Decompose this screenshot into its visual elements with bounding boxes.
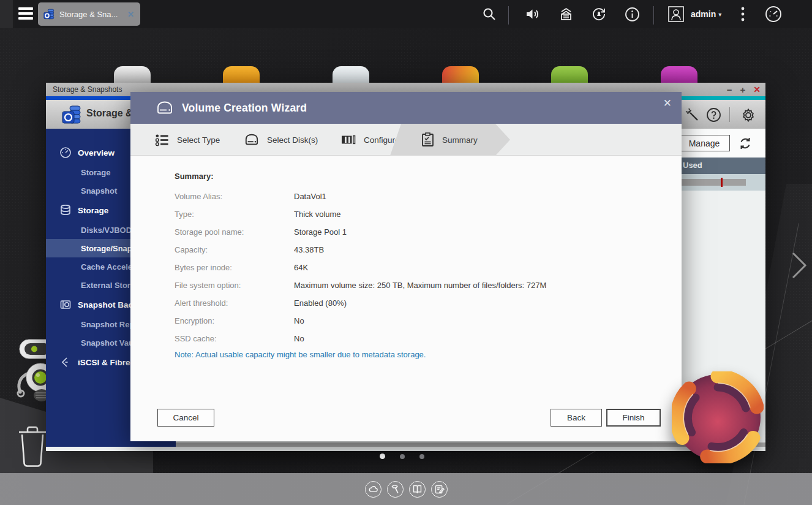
disk-icon bbox=[244, 133, 259, 146]
tab-close-icon[interactable]: ✕ bbox=[126, 10, 135, 19]
iscsi-icon bbox=[59, 356, 72, 368]
recycle-bin-icon[interactable] bbox=[17, 424, 48, 471]
help-icon[interactable] bbox=[706, 107, 721, 125]
window-title: Storage & Snapshots bbox=[53, 85, 122, 94]
desktop-app-icon[interactable] bbox=[661, 66, 697, 83]
page-dot[interactable] bbox=[380, 454, 385, 459]
book-icon[interactable] bbox=[409, 481, 426, 498]
step-select-type[interactable]: Select Type bbox=[155, 124, 220, 156]
desktop: Storage & Snapshots − + ✕ bbox=[0, 0, 812, 505]
gauge-icon bbox=[59, 146, 72, 159]
summary-row: Volume Alias:DataVol1 bbox=[175, 188, 652, 205]
checklist-icon bbox=[421, 132, 434, 147]
tools-icon[interactable] bbox=[387, 481, 404, 498]
user-name[interactable]: admin bbox=[691, 9, 716, 19]
resource-monitor-icon[interactable] bbox=[764, 5, 783, 23]
wizard-close-icon[interactable]: ✕ bbox=[663, 97, 672, 110]
page-dot[interactable] bbox=[400, 454, 405, 459]
restart-notification-icon[interactable] bbox=[582, 6, 615, 22]
bottom-taskbar bbox=[0, 473, 812, 505]
volume-creation-wizard-dialog: Volume Creation Wizard ✕ Select Type bbox=[130, 92, 682, 441]
finish-button[interactable]: Finish bbox=[606, 409, 661, 427]
wizard-steps-bar: Select Type Select Disk(s) bbox=[130, 124, 682, 156]
summary-row: Bytes per inode:64K bbox=[175, 259, 652, 276]
desktop-app-icon[interactable] bbox=[551, 66, 588, 83]
volume-disk-icon bbox=[156, 101, 173, 115]
search-icon[interactable] bbox=[476, 7, 502, 21]
list-icon bbox=[155, 133, 169, 147]
summary-row: File system option:Maximum volume size: … bbox=[175, 276, 652, 294]
window-close-button[interactable]: ✕ bbox=[753, 85, 761, 94]
storage-app-icon bbox=[61, 104, 83, 128]
desktop-app-icon[interactable] bbox=[114, 66, 151, 83]
user-avatar-icon[interactable] bbox=[667, 6, 685, 23]
summary-heading: Summary: bbox=[175, 172, 214, 181]
capacity-note: Note: Actual usable capacity might be sm… bbox=[175, 350, 426, 359]
step-summary[interactable]: Summary bbox=[421, 124, 478, 156]
step-label: Configure bbox=[364, 135, 400, 145]
step-configure[interactable]: Configure bbox=[341, 124, 400, 156]
chevron-down-icon[interactable]: ▾ bbox=[718, 11, 721, 18]
database-icon bbox=[59, 204, 72, 216]
threshold-tick bbox=[721, 178, 723, 187]
desktop-app-icon[interactable] bbox=[442, 66, 479, 83]
magic-wand-icon[interactable] bbox=[685, 107, 699, 124]
summary-row: Storage pool name:Storage Pool 1 bbox=[175, 223, 652, 241]
tab-label: Storage & Sna... bbox=[59, 10, 122, 19]
more-kebab-icon[interactable] bbox=[741, 7, 745, 21]
desktop-app-icon[interactable] bbox=[333, 66, 369, 83]
tab-app-icon bbox=[43, 8, 55, 20]
step-label: Select Disk(s) bbox=[267, 135, 318, 145]
background-tasks-icon[interactable] bbox=[549, 7, 582, 22]
top-system-bar: Storage & Sna... ✕ bbox=[0, 0, 812, 28]
summary-row: Encryption:No bbox=[175, 312, 652, 330]
cancel-button[interactable]: Cancel bbox=[157, 409, 214, 427]
refresh-icon[interactable] bbox=[739, 137, 752, 153]
toolbar-divider bbox=[729, 107, 730, 122]
topbar-corner bbox=[0, 0, 14, 28]
info-icon[interactable] bbox=[615, 7, 648, 22]
topbar-divider bbox=[508, 6, 509, 25]
maximize-button[interactable]: + bbox=[740, 85, 746, 94]
topbar-divider bbox=[653, 6, 654, 25]
next-desktop-chevron-icon[interactable] bbox=[790, 250, 808, 283]
summary-row: Alert threshold:Enabled (80%) bbox=[175, 294, 652, 312]
summary-row: Capacity:43.38TB bbox=[175, 241, 652, 259]
volume-icon[interactable] bbox=[516, 7, 549, 21]
summary-rows: Volume Alias:DataVol1 Type:Thick volume … bbox=[175, 188, 652, 347]
summary-row: Type:Thick volume bbox=[175, 205, 652, 223]
partition-icon bbox=[341, 133, 356, 146]
back-button[interactable]: Back bbox=[551, 409, 602, 427]
app-tab-storage-snapshots[interactable]: Storage & Sna... ✕ bbox=[38, 2, 140, 26]
wizard-header: Volume Creation Wizard ✕ bbox=[130, 92, 682, 124]
desktop-app-icon[interactable] bbox=[223, 66, 260, 83]
page-dot[interactable] bbox=[419, 454, 424, 459]
snapshot-camera-icon bbox=[59, 298, 72, 311]
manage-button[interactable]: Manage bbox=[679, 135, 730, 151]
step-label: Summary bbox=[442, 135, 478, 145]
cloud-icon[interactable] bbox=[365, 481, 382, 498]
wizard-title: Volume Creation Wizard bbox=[182, 102, 307, 115]
summary-row: SSD cache:No bbox=[175, 330, 652, 347]
feedback-icon[interactable] bbox=[431, 481, 448, 498]
step-select-disks[interactable]: Select Disk(s) bbox=[244, 124, 318, 156]
qnap-swirl-logo bbox=[672, 371, 764, 466]
minimize-button[interactable]: − bbox=[727, 85, 732, 94]
main-menu-icon[interactable] bbox=[18, 7, 33, 20]
desktop-pager bbox=[380, 454, 424, 459]
settings-gear-icon[interactable] bbox=[740, 107, 756, 126]
app-header-title: Storage & bbox=[86, 108, 133, 119]
step-label: Select Type bbox=[177, 135, 220, 145]
